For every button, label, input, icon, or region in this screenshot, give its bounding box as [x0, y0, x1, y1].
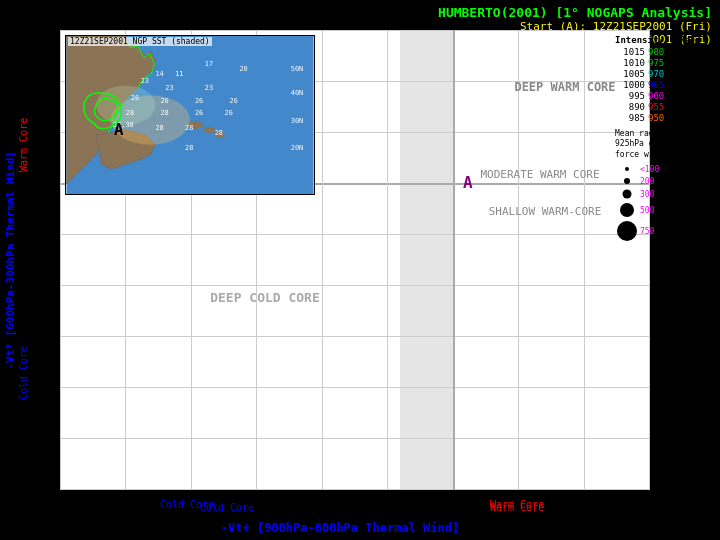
legend-row-1: 1010 975 — [615, 58, 715, 68]
main-canvas: HUMBERTO(2001) [1° NOGAPS Analysis] Star… — [0, 0, 720, 540]
xtick-300: 300 — [643, 497, 661, 508]
legend-row-2: 1005 970 — [615, 69, 715, 79]
legend-left-5: 890 — [615, 102, 645, 112]
xtick-n200: -200 — [316, 497, 340, 508]
svg-text:28: 28 — [126, 109, 134, 117]
xtick-n500: -500 — [118, 497, 142, 508]
radius-label-4: 750 — [640, 227, 654, 236]
radius-title: Mean radius of 925hPa gale force wind (k… — [615, 129, 715, 160]
svg-text:28: 28 — [215, 129, 223, 137]
grid-h-300 — [60, 30, 650, 31]
grid-v-n200 — [322, 30, 323, 490]
svg-text:28: 28 — [155, 124, 163, 132]
svg-text:26: 26 — [131, 94, 139, 102]
xtick-0: 0 — [450, 497, 456, 508]
svg-text:28: 28 — [185, 144, 193, 152]
bottom-warm-text: Warm Core — [490, 502, 544, 513]
radius-dot-1 — [615, 176, 640, 186]
svg-text:26: 26 — [195, 97, 203, 105]
radius-dot-3 — [615, 202, 640, 218]
deep-cold-core-label: DEEP COLD CORE — [140, 290, 390, 305]
grid-v-n100 — [387, 30, 388, 490]
ytick-n500: -500 — [20, 432, 55, 443]
svg-text:23: 23 — [205, 84, 213, 92]
grid-h-n400 — [60, 387, 650, 388]
svg-point-31 — [625, 167, 629, 171]
svg-text:23: 23 — [141, 77, 149, 85]
svg-text:28: 28 — [160, 109, 168, 117]
svg-text:50N: 50N — [291, 65, 303, 73]
radius-row-2: 300 — [615, 188, 715, 200]
svg-point-33 — [623, 190, 632, 199]
inset-map: 12Z21SEP2001 NGP SST (shaded) 17 20 11 1… — [65, 35, 315, 195]
legend-right-3: 965 — [648, 80, 673, 90]
svg-text:A: A — [114, 120, 124, 139]
grid-h-n200 — [60, 285, 650, 286]
xtick-200: 200 — [578, 497, 596, 508]
legend-right-5: 955 — [648, 102, 673, 112]
grid-v-200 — [584, 30, 585, 490]
x-axis-title: -Vt+ [900hPa-600hPa Thermal Wind] — [60, 521, 620, 535]
grid-h-n300 — [60, 336, 650, 337]
svg-text:30N: 30N — [291, 117, 303, 125]
grid-h-n100 — [60, 234, 650, 235]
main-title: HUMBERTO(2001) [1° NOGAPS Analysis] — [0, 5, 712, 20]
svg-text:17: 17 — [205, 60, 213, 68]
legend-right-6: 950 — [648, 113, 673, 123]
legend-row-4: 995 960 — [615, 91, 715, 101]
ytick-n400: -400 — [20, 381, 55, 392]
svg-point-35 — [617, 221, 637, 241]
legend-right-2: 970 — [648, 69, 673, 79]
legend-left-1: 1010 — [615, 58, 645, 68]
svg-text:28: 28 — [185, 124, 193, 132]
y-axis-title: -Vt* [600hPa-300hPa Thermal Wind] — [0, 30, 20, 490]
svg-text:23: 23 — [165, 84, 173, 92]
legend-row-5: 890 955 — [615, 102, 715, 112]
svg-text:20N: 20N — [291, 144, 303, 152]
svg-point-5 — [96, 85, 155, 125]
radius-row-3: 500 — [615, 202, 715, 218]
ytick-n300: -300 — [20, 330, 55, 341]
radius-legend-items: <100 200 300 500 — [615, 164, 715, 242]
intensity-title: Intensity (hPa): — [615, 35, 715, 45]
legend-right-4: 960 — [648, 91, 673, 101]
bottom-cold-text: Cold Core — [200, 502, 254, 513]
svg-text:11: 11 — [175, 70, 183, 78]
legend-left-4: 995 — [615, 91, 645, 101]
svg-text:26: 26 — [230, 97, 238, 105]
radius-label-0: <100 — [640, 165, 659, 174]
grid-h-n600 — [60, 489, 650, 490]
svg-text:26: 26 — [225, 109, 233, 117]
legend-right-1: 975 — [648, 58, 673, 68]
legend-left-0: 1015 — [615, 47, 645, 57]
grid-v-100 — [518, 30, 519, 490]
ytick-100: 100 — [25, 126, 55, 137]
radius-row-1: 200 — [615, 176, 715, 186]
ytick-0: 0 — [25, 177, 55, 188]
radius-dot-2 — [615, 188, 640, 200]
grid-v-n600 — [60, 30, 61, 490]
legend: Intensity (hPa): 1015 980 1010 975 1005 … — [615, 35, 715, 244]
map-svg: 17 20 11 14 23 23 23 26 26 26 26 28 28 2… — [66, 36, 314, 194]
y-axis-line — [453, 30, 455, 490]
legend-left-6: 985 — [615, 113, 645, 123]
radius-label-1: 200 — [640, 177, 654, 186]
radius-label-3: 500 — [640, 206, 654, 215]
xtick-n600: -600 — [55, 497, 79, 508]
grid-h-n500 — [60, 438, 650, 439]
vertical-band — [400, 30, 455, 490]
radius-dot-0 — [615, 164, 640, 174]
svg-point-32 — [624, 178, 630, 184]
svg-text:26: 26 — [160, 97, 168, 105]
ytick-n600: -600 — [20, 483, 55, 494]
radius-row-0: <100 — [615, 164, 715, 174]
y-cold-label: Cold Core — [18, 270, 29, 475]
radius-label-2: 300 — [640, 190, 654, 199]
ytick-200: 200 — [25, 75, 55, 86]
svg-text:26: 26 — [195, 109, 203, 117]
ytick-n100: -100 — [20, 228, 55, 239]
inset-map-title: 12Z21SEP2001 NGP SST (shaded) — [68, 37, 212, 46]
svg-text:14: 14 — [155, 70, 163, 78]
data-point-a: A — [463, 173, 473, 192]
svg-point-34 — [620, 203, 634, 217]
